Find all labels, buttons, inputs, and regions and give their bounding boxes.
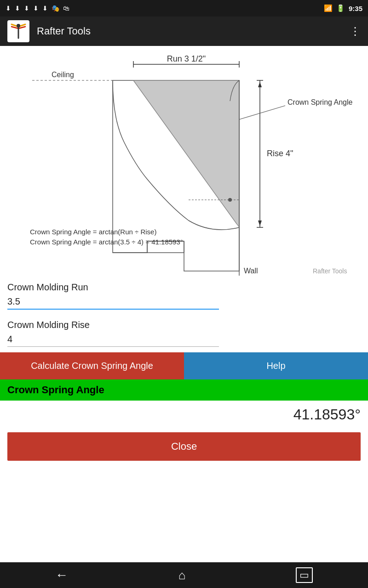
- download-icon-2: ⬇: [15, 5, 20, 12]
- svg-text:Crown Spring Angle: Crown Spring Angle: [288, 98, 353, 106]
- action-buttons: Calculate Crown Spring Angle Help: [0, 352, 368, 379]
- svg-text:Ceiling: Ceiling: [52, 71, 74, 79]
- result-label: Crown Spring Angle: [0, 379, 368, 401]
- rise-label: Crown Molding Rise: [7, 320, 361, 330]
- download-icon-5: ⬇: [42, 5, 48, 12]
- svg-text:Rise 4": Rise 4": [267, 149, 293, 158]
- svg-text:Run 3 1/2": Run 3 1/2": [167, 54, 206, 63]
- result-value: 41.18593°: [0, 401, 368, 429]
- status-right: 📶 🔋 9:35: [324, 4, 362, 12]
- crown-molding-diagram: Run 3 1/2" Ceiling: [5, 51, 363, 276]
- run-input[interactable]: [7, 294, 219, 310]
- app-title: Rafter Tools: [37, 25, 342, 37]
- calculate-button[interactable]: Calculate Crown Spring Angle: [0, 352, 184, 379]
- svg-text:Crown Spring Angle = arctan(3.: Crown Spring Angle = arctan(3.5 ÷ 4) = 4…: [30, 238, 183, 246]
- bottom-nav: ← ⌂ ▭: [0, 562, 368, 588]
- time-display: 9:35: [349, 5, 362, 12]
- menu-button[interactable]: ⋮: [350, 25, 361, 38]
- svg-point-28: [228, 198, 232, 202]
- recent-apps-button[interactable]: ▭: [296, 567, 313, 583]
- battery-icon: 🔋: [336, 4, 345, 12]
- download-icon-3: ⬇: [24, 5, 29, 12]
- svg-point-6: [17, 24, 20, 28]
- run-section: Crown Molding Run: [0, 277, 368, 310]
- rise-section: Crown Molding Rise: [0, 315, 368, 347]
- status-icons: ⬇ ⬇ ⬇ ⬇ ⬇ 🎭 🛍: [6, 5, 69, 12]
- run-label: Crown Molding Run: [7, 282, 361, 293]
- status-bar: ⬇ ⬇ ⬇ ⬇ ⬇ 🎭 🛍 📶 🔋 9:35: [0, 0, 368, 17]
- home-button[interactable]: ⌂: [178, 568, 186, 582]
- app-logo: [7, 20, 29, 42]
- main-content: Run 3 1/2" Ceiling: [0, 46, 368, 562]
- misc-icon-2: 🛍: [63, 5, 69, 12]
- back-button[interactable]: ←: [55, 568, 68, 582]
- app-bar: Rafter Tools ⋮: [0, 17, 368, 46]
- close-button[interactable]: Close: [7, 432, 361, 461]
- download-icon-4: ⬇: [33, 5, 39, 12]
- wifi-icon: 📶: [324, 4, 333, 12]
- svg-text:Rafter Tools: Rafter Tools: [313, 267, 347, 275]
- diagram-area: Run 3 1/2" Ceiling: [0, 46, 368, 277]
- misc-icon-1: 🎭: [52, 5, 59, 12]
- svg-text:Wall: Wall: [244, 267, 258, 275]
- help-button[interactable]: Help: [184, 352, 368, 379]
- svg-text:Crown Spring Angle = arctan(Ru: Crown Spring Angle = arctan(Run ÷ Rise): [30, 228, 156, 236]
- rise-input[interactable]: [7, 332, 219, 347]
- download-icon-1: ⬇: [6, 5, 11, 12]
